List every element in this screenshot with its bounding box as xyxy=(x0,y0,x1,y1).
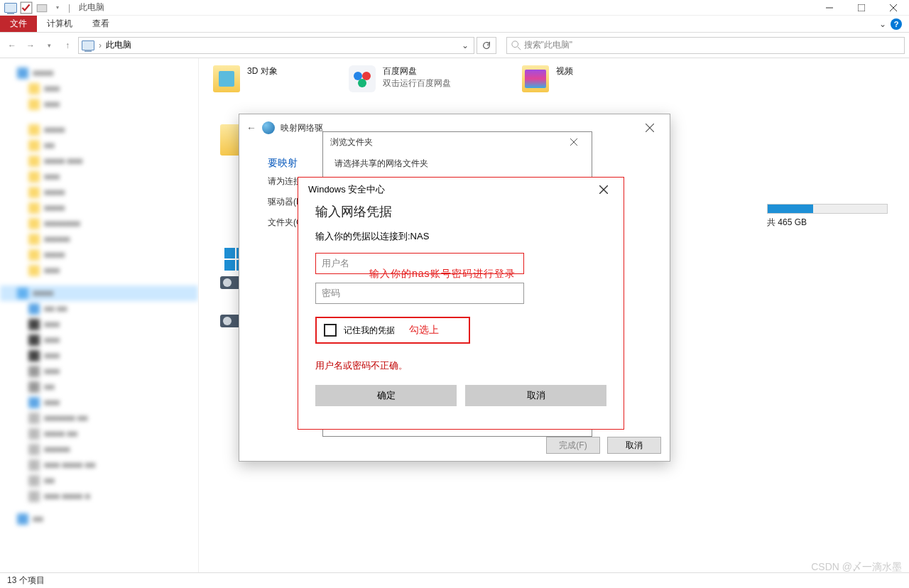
folder-videos[interactable]: 视频 xyxy=(522,65,573,92)
svg-point-10 xyxy=(358,79,366,87)
dropdown-icon[interactable]: ▾ xyxy=(51,1,64,14)
security-error: 用户名或密码不正确。 xyxy=(315,359,606,372)
tab-file[interactable]: 文件 xyxy=(0,16,37,32)
help-icon[interactable]: ? xyxy=(891,18,902,30)
folder-3d-objects[interactable]: 3D 对象 xyxy=(213,65,278,92)
titlebar: ▾ | 此电脑 xyxy=(0,0,909,16)
maximize-button[interactable] xyxy=(845,0,877,16)
minimize-button[interactable] xyxy=(813,0,845,16)
folder-baidu[interactable]: 百度网盘 双击运行百度网盘 xyxy=(349,65,451,92)
folder-sublabel: 双击运行百度网盘 xyxy=(383,77,451,89)
pc-icon xyxy=(82,40,94,50)
address-dropdown-icon[interactable]: ⌄ xyxy=(459,38,471,53)
svg-rect-3 xyxy=(858,4,865,11)
cancel-button[interactable]: 取消 xyxy=(465,385,606,406)
ok-button[interactable]: 确定 xyxy=(315,385,457,406)
wizard-close-button[interactable] xyxy=(637,119,663,136)
svg-rect-1 xyxy=(37,4,47,11)
folder-icon xyxy=(213,65,240,92)
baidu-icon xyxy=(349,65,376,92)
folder-label: 3D 对象 xyxy=(247,65,278,77)
recent-dropdown[interactable]: ▾ xyxy=(41,38,57,53)
cancel-button[interactable]: 取消 xyxy=(607,437,661,454)
up-button[interactable]: ↑ xyxy=(60,38,75,53)
quick-access-toolbar: ▾ | 此电脑 xyxy=(0,1,109,14)
search-icon xyxy=(511,40,521,50)
browse-title: 浏览文件夹 xyxy=(330,136,373,148)
refresh-button[interactable] xyxy=(477,37,496,54)
search-input[interactable]: 搜索"此电脑" xyxy=(506,37,905,54)
status-item-count: 13 个项目 xyxy=(7,575,45,587)
status-bar: 13 个项目 xyxy=(0,572,909,588)
address-bar[interactable]: › 此电脑 ⌄ xyxy=(78,37,474,54)
security-title: Windows 安全中心 xyxy=(308,183,385,196)
annotation-user: 输入你的nas账号密码进行登录 xyxy=(369,268,516,281)
wizard-back-icon[interactable]: ← xyxy=(246,122,256,134)
forward-button[interactable]: → xyxy=(23,38,38,53)
wizard-title: 映射网络驱 xyxy=(281,122,323,134)
remember-label: 记住我的凭据 xyxy=(344,325,395,337)
browse-close-button[interactable] xyxy=(563,135,584,149)
separator: | xyxy=(68,3,70,13)
window-title: 此电脑 xyxy=(79,1,104,13)
close-button[interactable] xyxy=(877,0,909,16)
windows-security-dialog: Windows 安全中心 输入网络凭据 输入你的凭据以连接到:NAS 用户名 密… xyxy=(298,177,624,430)
new-folder-icon[interactable] xyxy=(36,1,48,14)
svg-point-8 xyxy=(354,72,362,80)
svg-point-6 xyxy=(511,40,518,47)
username-placeholder: 用户名 xyxy=(322,257,349,270)
svg-line-7 xyxy=(517,46,520,49)
nav-sidebar: ■■■■ ■■■ ■■■ ■■■■ ■■ ■■■■ ■■■ ■■■ ■■■■ ■… xyxy=(0,58,199,572)
watermark: CSDN @〆一滴水墨 xyxy=(811,561,902,574)
disk-label: 共 465 GB xyxy=(767,217,888,229)
security-heading: 输入网络凭据 xyxy=(315,203,606,220)
annotation-check: 勾选上 xyxy=(409,324,439,337)
ribbon-collapse-icon[interactable]: ⌄ xyxy=(879,19,886,29)
remember-checkbox-wrap: 记住我的凭据 勾选上 xyxy=(315,317,470,344)
folder-label: 百度网盘 xyxy=(383,65,451,77)
breadcrumb-location[interactable]: 此电脑 xyxy=(106,39,131,51)
folder-icon xyxy=(522,65,549,92)
disk-usage: 共 465 GB xyxy=(767,204,888,229)
navigation-bar: ← → ▾ ↑ › 此电脑 ⌄ 搜索"此电脑" xyxy=(0,33,909,58)
disk-bar xyxy=(767,204,888,214)
tab-computer[interactable]: 计算机 xyxy=(37,16,82,32)
svg-point-9 xyxy=(362,72,371,80)
back-button[interactable]: ← xyxy=(4,38,20,53)
search-placeholder: 搜索"此电脑" xyxy=(524,39,573,51)
password-placeholder: 密码 xyxy=(322,287,340,300)
checkbox-icon[interactable] xyxy=(20,1,33,14)
browse-subtext: 请选择共享的网络文件夹 xyxy=(323,152,592,175)
folder-label: 视频 xyxy=(556,65,573,77)
window-controls xyxy=(813,0,909,16)
remember-checkbox[interactable] xyxy=(324,324,337,337)
password-field[interactable]: 密码 xyxy=(315,283,524,304)
tab-view[interactable]: 查看 xyxy=(82,16,119,32)
finish-button[interactable]: 完成(F) xyxy=(546,437,600,454)
security-subtext: 输入你的凭据以连接到:NAS xyxy=(315,230,606,243)
breadcrumb-sep: › xyxy=(99,40,102,50)
globe-icon xyxy=(262,121,275,134)
pc-icon xyxy=(4,1,17,14)
security-close-button[interactable] xyxy=(594,182,614,197)
ribbon-tabs: 文件 计算机 查看 ⌄ ? xyxy=(0,16,909,33)
